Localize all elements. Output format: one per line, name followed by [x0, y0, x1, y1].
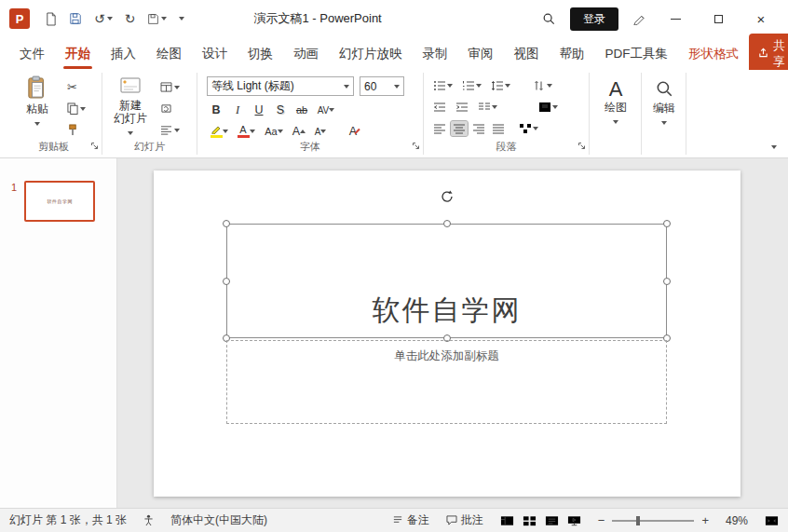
section-dropdown-icon[interactable] — [174, 129, 180, 132]
zoom-in-button[interactable]: + — [701, 513, 709, 527]
redo-button[interactable]: ↻ — [125, 11, 136, 26]
grow-font-button[interactable]: A — [290, 122, 308, 141]
font-size-select[interactable]: 60 — [360, 76, 404, 96]
tab-pdf-tools[interactable]: PDF工具集 — [595, 38, 679, 70]
resize-handle-middle-left[interactable] — [223, 278, 230, 285]
new-file-button[interactable] — [45, 12, 57, 26]
font-color-dropdown-icon[interactable] — [250, 130, 255, 133]
font-dialog-launcher[interactable] — [412, 139, 420, 153]
paste-button[interactable]: 粘贴 — [17, 75, 58, 129]
slide[interactable]: 软件自学网 单击此处添加副标题 — [154, 171, 740, 497]
new-slide-dropdown-icon[interactable] — [128, 131, 133, 135]
tab-draw[interactable]: 绘图 — [146, 38, 192, 70]
cut-button[interactable]: ✂ — [67, 80, 86, 94]
reading-view-button[interactable] — [545, 515, 559, 526]
minimize-button[interactable] — [661, 7, 689, 31]
slideshow-view-button[interactable] — [567, 515, 581, 526]
align-text-button[interactable] — [537, 100, 560, 115]
change-case-button[interactable]: Aa — [261, 122, 287, 141]
font-name-select[interactable]: 等线 Light (标题) — [207, 76, 354, 96]
rotate-handle[interactable] — [440, 189, 455, 204]
italic-button[interactable]: I — [228, 101, 247, 119]
editing-button[interactable]: 编辑 — [645, 78, 683, 128]
login-button[interactable]: 登录 — [570, 7, 618, 31]
highlight-color-button[interactable] — [207, 122, 231, 141]
font-color-button[interactable]: A — [234, 122, 258, 141]
change-case-dropdown-icon[interactable] — [278, 130, 283, 133]
resize-handle-top-right[interactable] — [663, 220, 671, 227]
layout-button[interactable] — [160, 80, 180, 94]
justify-button[interactable] — [490, 121, 507, 136]
tab-review[interactable]: 审阅 — [458, 38, 504, 70]
smartart-dropdown-icon[interactable] — [533, 127, 538, 130]
paste-dropdown-icon[interactable] — [34, 122, 40, 126]
underline-button[interactable]: U — [250, 101, 268, 119]
tab-help[interactable]: 帮助 — [550, 38, 595, 70]
fit-to-window-button[interactable] — [765, 515, 779, 526]
font-size-dropdown-icon[interactable] — [394, 85, 400, 89]
zoom-level-button[interactable]: 49% — [726, 514, 748, 527]
columns-dropdown-icon[interactable] — [492, 105, 497, 109]
tab-record[interactable]: 录制 — [413, 38, 458, 70]
columns-button[interactable] — [476, 100, 499, 115]
maximize-button[interactable] — [704, 7, 732, 31]
line-spacing-button[interactable] — [489, 78, 512, 93]
zoom-out-button[interactable]: − — [598, 513, 605, 527]
tab-animations[interactable]: 动画 — [283, 38, 329, 70]
comments-button[interactable]: 批注 — [446, 512, 483, 528]
align-text-dropdown-icon[interactable] — [552, 105, 558, 109]
clipboard-dialog-launcher[interactable] — [90, 139, 99, 153]
font-name-dropdown-icon[interactable] — [344, 85, 349, 89]
numbering-dropdown-icon[interactable] — [476, 84, 482, 88]
highlight-dropdown-icon[interactable] — [223, 130, 228, 133]
save-button[interactable] — [69, 12, 82, 25]
zoom-slider[interactable] — [612, 520, 694, 522]
character-spacing-button[interactable]: AV — [314, 101, 338, 119]
tab-transitions[interactable]: 切换 — [238, 38, 283, 70]
powerpoint-logo-icon[interactable]: P — [9, 8, 30, 29]
search-button[interactable] — [542, 7, 555, 31]
bullets-button[interactable] — [431, 78, 455, 93]
tab-file[interactable]: 文件 — [9, 38, 55, 70]
align-right-button[interactable] — [470, 121, 487, 136]
editing-dropdown-icon[interactable] — [661, 121, 667, 125]
resize-handle-middle-right[interactable] — [663, 278, 671, 285]
slide-thumbnail[interactable]: 软件自学网 — [24, 181, 95, 222]
format-painter-button[interactable] — [67, 123, 86, 137]
text-shadow-button[interactable]: S — [271, 101, 290, 119]
title-placeholder[interactable]: 软件自学网 — [226, 224, 667, 338]
tab-home[interactable]: 开始 — [55, 38, 101, 70]
increase-indent-button[interactable] — [454, 100, 470, 115]
resize-handle-top-left[interactable] — [223, 220, 230, 227]
share-button[interactable]: 共享 — [749, 34, 788, 75]
tab-shape-format[interactable]: 形状格式 — [678, 38, 749, 70]
copy-dropdown-icon[interactable] — [80, 107, 86, 111]
title-text[interactable]: 软件自学网 — [373, 292, 522, 337]
reset-button[interactable] — [160, 102, 180, 116]
drawing-dropdown-icon[interactable] — [613, 120, 618, 124]
collapse-ribbon-button[interactable] — [771, 138, 777, 152]
bold-button[interactable]: B — [207, 101, 225, 119]
new-slide-button[interactable]: 新建 幻灯片 — [108, 75, 153, 138]
section-button[interactable] — [160, 123, 180, 137]
align-left-button[interactable] — [431, 121, 448, 136]
subtitle-placeholder[interactable]: 单击此处添加副标题 — [226, 340, 667, 424]
slide-sorter-view-button[interactable] — [523, 515, 537, 526]
normal-view-button[interactable] — [500, 515, 514, 526]
undo-button[interactable]: ↺ — [94, 11, 113, 26]
smartart-convert-button[interactable] — [517, 121, 540, 136]
undo-dropdown-icon[interactable] — [107, 17, 113, 20]
tab-slideshow[interactable]: 幻灯片放映 — [329, 38, 413, 70]
language-button[interactable]: 简体中文(中国大陆) — [170, 512, 267, 528]
accessibility-button[interactable] — [143, 514, 154, 526]
clear-formatting-button[interactable]: A — [346, 122, 364, 141]
resize-handle-top-center[interactable] — [443, 220, 451, 227]
layout-dropdown-icon[interactable] — [174, 86, 180, 89]
pen-tool-button[interactable] — [633, 7, 646, 31]
paragraph-dialog-launcher[interactable] — [577, 139, 586, 153]
zoom-slider-thumb[interactable] — [636, 516, 640, 525]
numbering-button[interactable] — [460, 78, 483, 93]
text-direction-dropdown-icon[interactable] — [547, 84, 552, 88]
tab-design[interactable]: 设计 — [192, 38, 238, 70]
tab-view[interactable]: 视图 — [504, 38, 550, 70]
